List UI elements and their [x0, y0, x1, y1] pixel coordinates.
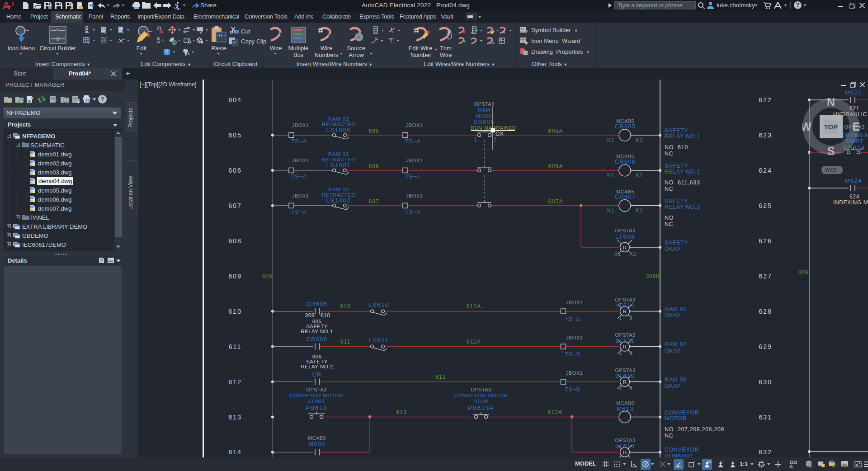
svg-text:1: 1	[619, 385, 622, 391]
svg-text:JBOX1: JBOX1	[292, 193, 309, 198]
svg-text:X2: X2	[629, 251, 637, 257]
svg-text:NO: NO	[665, 144, 674, 151]
svg-text:RAM 01: RAM 01	[665, 306, 687, 312]
svg-text:NC: NC	[665, 221, 673, 227]
svg-text:N: N	[827, 98, 835, 108]
svg-text:TOP: TOP	[824, 123, 838, 131]
svg-text:JBOX1: JBOX1	[292, 158, 309, 163]
svg-text:611,633: 611,633	[678, 179, 700, 186]
svg-text:R: R	[623, 309, 627, 314]
svg-text:JBOX1: JBOX1	[292, 122, 309, 128]
svg-text:RELAY NO.2: RELAY NO.2	[301, 364, 333, 369]
svg-text:#: #	[503, 29, 505, 34]
svg-text:609: 609	[228, 273, 242, 280]
svg-text:613A: 613A	[548, 409, 563, 415]
svg-text:RAM 03: RAM 03	[665, 377, 687, 383]
svg-text:610: 610	[228, 308, 242, 315]
svg-text:M621: M621	[845, 89, 862, 96]
svg-text:K2: K2	[636, 137, 643, 143]
svg-text:2: 2	[629, 385, 632, 391]
svg-text:RELAY NO.1: RELAY NO.1	[301, 329, 333, 334]
svg-text:TS−B: TS−B	[565, 316, 580, 322]
svg-text:CR: CR	[312, 371, 321, 378]
svg-text:TS−A: TS−A	[405, 209, 421, 215]
svg-text:TS−B: TS−B	[565, 386, 580, 393]
svg-text:606: 606	[228, 167, 242, 174]
svg-text:MOTOR: MOTOR	[665, 415, 687, 422]
svg-text:M613: M613	[617, 405, 633, 412]
svg-text:NO: NO	[665, 426, 674, 433]
svg-text:RAM 01: RAM 01	[328, 116, 349, 122]
svg-text:TS−A: TS−A	[291, 138, 307, 145]
svg-text:NO: NO	[665, 215, 674, 221]
svg-text:JBOX1: JBOX1	[566, 300, 583, 305]
svg-text:607: 607	[228, 202, 242, 209]
svg-text:605: 605	[228, 132, 242, 139]
svg-text:LT608: LT608	[615, 233, 635, 240]
svg-text:627: 627	[759, 273, 772, 280]
svg-text:INDEXING MOT: INDEXING MOT	[833, 199, 868, 206]
svg-text:624: 624	[759, 167, 772, 174]
svg-text:X1: X1	[614, 251, 621, 257]
svg-text:LS610: LS610	[368, 301, 389, 308]
svg-text:RAM 02: RAM 02	[665, 341, 687, 348]
svg-text:309: 309	[305, 312, 315, 319]
svg-text:OPSTA3: OPSTA3	[474, 101, 495, 107]
svg-text:MODE: MODE	[476, 113, 493, 118]
svg-text:CR605: CR605	[307, 301, 327, 307]
svg-text:610: 610	[678, 144, 688, 151]
svg-text:K1: K1	[607, 137, 614, 143]
svg-text:RELAY NO.1: RELAY NO.1	[665, 133, 700, 140]
svg-text:624: 624	[849, 193, 859, 200]
svg-text:PB613A: PB613A	[468, 405, 494, 411]
svg-text:LS1002: LS1002	[326, 197, 351, 204]
svg-text:606: 606	[368, 163, 379, 170]
svg-text:628: 628	[759, 308, 772, 315]
svg-text:CR606: CR606	[307, 336, 327, 343]
svg-text:610: 610	[321, 312, 330, 319]
svg-text:604: 604	[228, 96, 242, 104]
svg-text:JBOX1: JBOX1	[566, 335, 583, 340]
svg-text:CONVEYOR: CONVEYOR	[665, 410, 699, 416]
svg-text:LT612: LT612	[615, 372, 635, 379]
svg-text:629: 629	[759, 343, 772, 350]
svg-text:611: 611	[229, 343, 242, 350]
svg-text:625: 625	[759, 202, 772, 209]
svg-text:CR606: CR606	[615, 158, 636, 165]
svg-text:RAM 03: RAM 03	[328, 187, 349, 192]
svg-text:309B: 309B	[646, 273, 660, 279]
svg-text:CR605: CR605	[615, 123, 636, 130]
svg-text:#: #	[375, 37, 377, 41]
svg-text:M900: M900	[308, 440, 325, 447]
svg-text:608: 608	[228, 237, 242, 245]
svg-text:G: G	[623, 450, 627, 455]
svg-text:RELAY NO.3: RELAY NO.3	[665, 204, 700, 210]
svg-text:NC: NC	[665, 151, 673, 157]
svg-text:611A: 611A	[467, 339, 481, 345]
svg-text:START: START	[307, 399, 326, 404]
svg-text:PB613: PB613	[306, 405, 327, 411]
svg-text:SS605: SS605	[473, 118, 495, 125]
svg-text:OPSTA3: OPSTA3	[615, 228, 636, 233]
svg-text:JBOX1: JBOX1	[406, 193, 423, 198]
svg-text:CR607: CR607	[615, 193, 636, 200]
svg-text:K1: K1	[607, 207, 614, 214]
svg-text:RAM 02: RAM 02	[328, 151, 349, 157]
svg-text:612: 612	[435, 374, 446, 380]
svg-text:632: 632	[759, 448, 772, 456]
svg-text:623: 623	[759, 132, 772, 139]
svg-text:OKAY: OKAY	[665, 312, 681, 319]
svg-text:R: R	[623, 379, 627, 385]
svg-text:NO: NO	[665, 179, 674, 186]
svg-text:S: S	[827, 145, 835, 157]
svg-text:630: 630	[759, 378, 772, 386]
svg-text:LT610: LT610	[615, 302, 635, 309]
svg-text:R: R	[623, 245, 627, 250]
svg-text:RAM: RAM	[478, 107, 490, 113]
svg-text:TS−A: TS−A	[291, 174, 307, 180]
svg-text:SAFETY: SAFETY	[665, 240, 688, 246]
svg-text:631: 631	[759, 414, 772, 421]
svg-text:610A: 610A	[467, 303, 481, 310]
svg-text:JBOX1: JBOX1	[406, 122, 423, 128]
svg-text:2: 2	[629, 315, 632, 321]
